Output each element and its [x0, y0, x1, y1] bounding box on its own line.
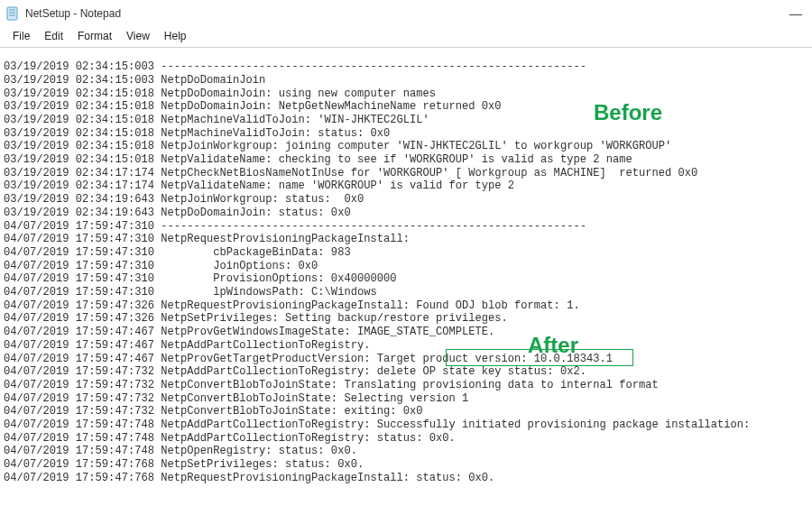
menu-help[interactable]: Help	[157, 29, 194, 43]
annotation-after: After	[528, 333, 578, 358]
menu-view[interactable]: View	[119, 29, 157, 43]
menu-edit[interactable]: Edit	[37, 29, 70, 43]
window-title: NetSetup - Notepad	[25, 7, 121, 20]
log-text[interactable]: 03/19/2019 02:34:15:003 ----------------…	[0, 59, 812, 487]
menu-file[interactable]: File	[5, 29, 37, 43]
annotation-before: Before	[594, 100, 662, 125]
window-titlebar: NetSetup - Notepad —	[0, 0, 812, 27]
menu-bar: File Edit Format View Help	[0, 27, 812, 48]
editor-area[interactable]: 03/19/2019 02:34:15:003 ----------------…	[0, 59, 812, 524]
minimize-button[interactable]: —	[785, 5, 807, 23]
svg-rect-0	[7, 7, 17, 20]
menu-format[interactable]: Format	[70, 29, 119, 43]
notepad-icon	[5, 6, 20, 21]
